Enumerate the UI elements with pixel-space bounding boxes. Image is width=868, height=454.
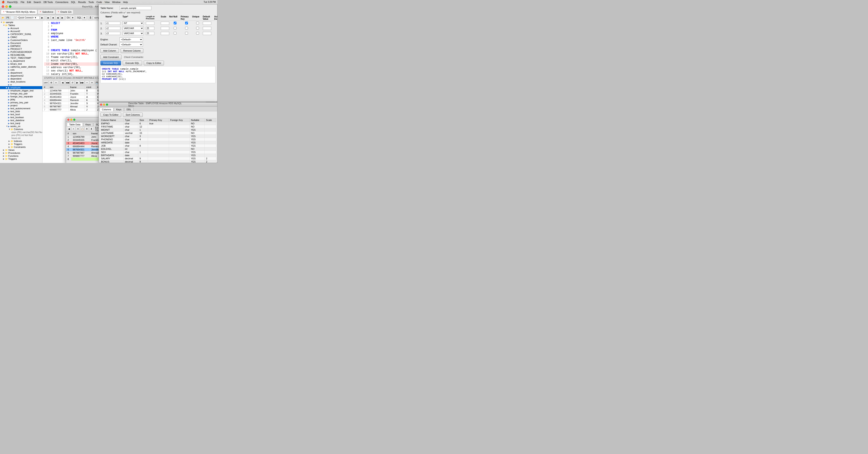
- tree-employee-trigger[interactable]: ▶employee_trigger_test: [0, 89, 42, 92]
- menu-tools[interactable]: Tools: [89, 1, 94, 3]
- tree-test-blob[interactable]: ▶test_blob: [0, 110, 42, 113]
- tab-table-data[interactable]: Table Data: [67, 123, 83, 126]
- tb-r4[interactable]: ▶: [75, 80, 80, 85]
- tree-category[interactable]: ▶CATEGORY_SUNIL: [0, 33, 42, 36]
- tree-root-sample[interactable]: ▼ 📁 sample: [0, 21, 42, 24]
- copy-to-editor-button[interactable]: Copy to Editor: [144, 61, 164, 65]
- list-item[interactable]: MIDINIT char 1 YES: [100, 128, 216, 132]
- ct-col2-unique[interactable]: [196, 27, 199, 30]
- sort-columns-btn[interactable]: Sort Columns: [123, 112, 143, 117]
- tab-keys[interactable]: Keys: [83, 123, 93, 126]
- col-fname[interactable]: fname: [69, 86, 85, 89]
- menu-window[interactable]: Window: [112, 1, 120, 3]
- tree-fks[interactable]: ▶foreign_key_separate: [0, 95, 42, 98]
- tree-purchaseorder[interactable]: ▶PURCHASEORDER: [0, 51, 42, 54]
- list-item[interactable]: WORKDEPT char 3 YES: [100, 135, 216, 138]
- tree-dependent[interactable]: ▶dependent: [0, 77, 42, 80]
- off-btn[interactable]: OFF: [43, 80, 49, 85]
- menu-file[interactable]: File: [21, 1, 24, 3]
- ct-col3-name[interactable]: [105, 32, 120, 35]
- list-item[interactable]: FIRSTNME char 12 NO: [100, 125, 216, 128]
- tb-r7[interactable]: ✕: [90, 80, 94, 85]
- desc-max[interactable]: [106, 103, 108, 106]
- ct-col1-name[interactable]: [105, 22, 120, 25]
- list-item[interactable]: HIREDATE date YES: [100, 141, 216, 144]
- ct-col2-length[interactable]: [146, 27, 154, 30]
- desc-tab-keys[interactable]: Keys: [114, 107, 124, 111]
- tb-new[interactable]: 📄: [10, 16, 14, 20]
- desc-min[interactable]: [103, 103, 105, 106]
- et-tb5[interactable]: ⬆: [85, 127, 89, 131]
- ct-col1-type[interactable]: INT: [123, 22, 144, 25]
- tree-a-department[interactable]: ▶a_department: [0, 59, 42, 62]
- et-col-ssn[interactable]: ssn: [71, 132, 90, 135]
- maximize-button[interactable]: [9, 5, 11, 8]
- menu-connections[interactable]: Connections: [55, 1, 68, 3]
- tree-col-essn[interactable]: essn (PK) varchar(50) Not Null: [0, 131, 42, 134]
- remove-column-button[interactable]: Remove Column: [121, 48, 144, 53]
- ct-col2-scale[interactable]: [161, 27, 169, 30]
- tab-amazon-rds[interactable]: ✕ *Amazon RDS MySQL Micro: [1, 9, 37, 14]
- tb-connect[interactable]: ▶: [40, 16, 44, 20]
- tree-procedures[interactable]: ▶📁Procedures: [0, 152, 42, 155]
- ct-col3-default[interactable]: [203, 32, 211, 35]
- et-tb1[interactable]: ◀: [67, 127, 71, 131]
- menu-dbtools[interactable]: DB Tools: [43, 1, 53, 3]
- tb-run[interactable]: ▶: [46, 16, 51, 20]
- tree-department[interactable]: ▶department: [0, 71, 42, 74]
- tree-test-bool[interactable]: ▶test_bool: [0, 113, 42, 116]
- ct-col1-scale[interactable]: [161, 22, 169, 25]
- tb-r8[interactable]: 💾: [95, 80, 99, 85]
- tree-cols[interactable]: ▶cols: [0, 68, 42, 71]
- tree-binary-test[interactable]: ▶binary_test: [0, 62, 42, 65]
- col-ssn[interactable]: ssn: [49, 86, 69, 89]
- apple-icon[interactable]: 🍎: [2, 1, 5, 3]
- tree-tables[interactable]: ▼ 📁 Tables: [0, 24, 42, 27]
- tb-open[interactable]: 📂: [1, 16, 5, 20]
- ct-col1-pk[interactable]: [185, 22, 188, 24]
- generate-sql-button[interactable]: Generate SQL: [100, 61, 121, 65]
- tb-sql-dd[interactable]: ▼: [82, 16, 86, 20]
- menu-search[interactable]: Search: [34, 1, 41, 3]
- close-button[interactable]: [2, 5, 4, 8]
- tb-r1[interactable]: ◀: [61, 80, 65, 85]
- tree-customerorders[interactable]: ▶CustomerOrders: [0, 39, 42, 41]
- ct-col1-length[interactable]: [146, 22, 154, 25]
- tb-list[interactable]: ≡: [54, 80, 58, 85]
- ct-col3-type[interactable]: VARCHAR: [123, 32, 144, 35]
- quick-connect-dropdown[interactable]: <Quick Connect> ▼: [17, 16, 40, 20]
- tb-r5[interactable]: ▶▶: [80, 80, 84, 85]
- win-max[interactable]: [73, 119, 75, 121]
- tree-product[interactable]: ▶PRODUCT: [0, 47, 42, 51]
- tb-stop[interactable]: ■: [51, 16, 55, 20]
- tree-test-boolean[interactable]: ▶test_boolean: [0, 116, 42, 119]
- menu-razorsql[interactable]: RazorSQL: [7, 1, 18, 3]
- tree-test-timestamp[interactable]: ▶TEST_TIMESTAMP: [0, 57, 42, 59]
- tree-views[interactable]: ▶📁Views: [0, 149, 42, 152]
- list-item[interactable]: EDLEVEL int NO: [100, 148, 216, 151]
- tree-jkhkj[interactable]: ▶jkhkj: [0, 98, 42, 101]
- tree-project[interactable]: ▶project: [0, 104, 42, 107]
- tab-salesforce[interactable]: ✕ Salesforce: [38, 9, 55, 14]
- tree-constraints[interactable]: ▶📁Constraints: [0, 145, 42, 149]
- list-item[interactable]: SALARY decimal 9 YES 2: [100, 157, 216, 160]
- ct-col2-pk[interactable]: [185, 27, 188, 30]
- col-minit[interactable]: minit: [85, 86, 96, 89]
- menu-edit[interactable]: Edit: [27, 1, 31, 3]
- list-item[interactable]: BONUS decimal 9 YES 2: [100, 160, 216, 163]
- copy-to-editor-desc-btn[interactable]: Copy To Editor: [100, 112, 121, 117]
- tree-cmac[interactable]: ▶CMAC: [0, 36, 42, 39]
- tb-db[interactable]: 🗄: [88, 16, 93, 20]
- ct-col2-name[interactable]: [105, 27, 120, 30]
- tree-california[interactable]: ▶california_water_districts: [0, 65, 42, 68]
- tb-r6[interactable]: +: [85, 80, 89, 85]
- ct-col3-pk[interactable]: [185, 32, 188, 35]
- ct-col2-default[interactable]: [203, 27, 211, 30]
- tb-r3[interactable]: ↺: [70, 80, 74, 85]
- tree-test-kanji[interactable]: ▶test_kanji: [0, 122, 42, 125]
- win-close[interactable]: [67, 119, 69, 121]
- tb-filter[interactable]: ⚙: [49, 80, 53, 85]
- ct-col1-notnull[interactable]: [174, 22, 177, 24]
- minimize-button[interactable]: [5, 5, 8, 8]
- ct-table-name-input[interactable]: [120, 6, 151, 10]
